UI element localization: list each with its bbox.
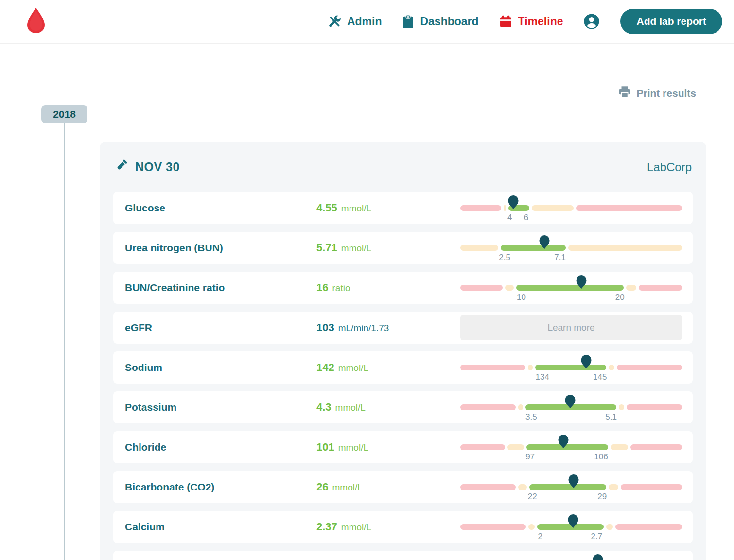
range-segment-yellow	[609, 484, 619, 490]
analyte-name: BUN/Creatinine ratio	[125, 282, 316, 294]
add-lab-report-button[interactable]: Add lab report	[620, 9, 722, 34]
main-nav: Admin Dashboard	[328, 9, 722, 34]
analyte-name: Glucose	[125, 202, 316, 214]
range-boundary-label: 4	[507, 213, 512, 223]
value-unit: mL/min/1.73	[338, 323, 389, 333]
result-value: 2.37mmol/L	[316, 521, 460, 533]
clipboard-plus-icon	[402, 15, 414, 29]
value-unit: mmol/L	[332, 482, 362, 493]
range-segment-pink	[460, 365, 525, 370]
range-boundary-label: 145	[593, 372, 607, 382]
range-segment-pink	[630, 444, 682, 450]
blood-drop-icon	[26, 7, 46, 35]
result-value: 142mmol/L	[316, 361, 460, 374]
nav-item-dashboard[interactable]: Dashboard	[402, 15, 478, 29]
result-value: 101mmol/L	[316, 441, 460, 454]
result-value: 4.3mmol/L	[316, 401, 460, 414]
result-value: 5.71mmol/L	[316, 242, 460, 254]
timeline-vertical-line	[64, 123, 65, 560]
analyte-name: Potassium	[125, 402, 316, 413]
learn-more-button[interactable]: Learn more	[460, 315, 682, 340]
range-segment-yellow	[606, 524, 613, 530]
reference-range-bar: 2229	[460, 484, 682, 490]
range-boundary-label: 6	[524, 213, 528, 223]
analyte-name: eGFR	[125, 322, 316, 333]
wrench-screwdriver-icon	[328, 15, 341, 28]
reference-range-bar: 97106	[460, 444, 682, 450]
range-boundary-label: 22	[528, 492, 537, 502]
report-date: NOV 30	[114, 158, 180, 175]
range-segment-pink	[639, 285, 682, 291]
range-segment-pink	[460, 484, 516, 490]
value-marker-pin-icon	[567, 514, 578, 528]
lab-result-row: Chloride101mmol/L97106	[113, 431, 693, 463]
range-segment-green	[516, 285, 624, 291]
result-value: 16ratio	[316, 281, 460, 294]
lab-results-list: Glucose4.55mmol/L46Urea nitrogen (BUN)5.…	[113, 192, 693, 560]
range-segment-yellow	[518, 484, 527, 490]
user-avatar-icon[interactable]	[583, 13, 600, 30]
value-unit: mmol/L	[335, 402, 366, 413]
range-boundary-label: 97	[525, 452, 535, 462]
value-number: 4.3	[316, 401, 332, 414]
lab-name: LabCorp	[647, 160, 692, 174]
reference-range-bar: 2.57.1	[460, 245, 682, 251]
analyte-name: Chloride	[125, 441, 316, 453]
value-unit: mmol/L	[341, 203, 371, 214]
range-boundary-label: 20	[615, 293, 625, 302]
lab-report-card: NOV 30 LabCorp Glucose4.55mmol/L46Urea n…	[100, 142, 706, 560]
value-number: 16	[316, 281, 328, 294]
range-segment-yellow	[505, 285, 514, 291]
range-boundary-label: 29	[597, 492, 607, 502]
range-segment-pink	[460, 205, 501, 211]
range-segment-yellow	[609, 365, 614, 370]
range-segment-pink	[627, 404, 682, 410]
value-number: 26	[316, 481, 328, 493]
value-unit: ratio	[332, 283, 350, 294]
range-segment-pink	[460, 444, 505, 450]
range-segment-pink	[576, 205, 682, 211]
analyte-name: Urea nitrogen (BUN)	[125, 242, 316, 254]
lab-result-row: Urea nitrogen (BUN)5.71mmol/L2.57.1	[113, 232, 693, 264]
print-results-link[interactable]: Print results	[618, 86, 696, 101]
value-number: 5.71	[316, 242, 337, 254]
result-value: 103mL/min/1.73	[316, 321, 460, 334]
value-number: 101	[316, 441, 334, 454]
range-segments	[460, 285, 682, 291]
range-segment-pink	[460, 285, 503, 291]
value-number: 2.37	[316, 521, 337, 533]
value-unit: mmol/L	[341, 522, 371, 533]
range-segment-pink	[460, 404, 516, 410]
range-segment-yellow	[518, 404, 523, 410]
analyte-name: Bicarbonate (CO2)	[125, 481, 316, 493]
range-boundary-label: 7.1	[554, 253, 566, 262]
nav-label: Admin	[347, 15, 382, 28]
range-segment-yellow	[460, 245, 498, 251]
print-results-label: Print results	[636, 88, 696, 99]
calendar-icon	[499, 15, 512, 28]
value-marker-pin-icon	[539, 235, 550, 249]
range-segment-green	[501, 245, 566, 251]
result-value: 4.55mmol/L	[316, 202, 460, 214]
timeline-year-badge: 2018	[41, 105, 87, 123]
test-tube-icon	[114, 158, 128, 175]
lab-result-row: BUN/Creatinine ratio16ratio1020	[113, 272, 693, 304]
range-segment-yellow	[619, 404, 624, 410]
value-marker-pin-icon	[508, 195, 519, 210]
range-boundary-label: 2.7	[591, 532, 603, 542]
reference-range-bar: 22.7	[460, 524, 682, 530]
range-segment-pink	[621, 484, 682, 490]
range-boundary-label: 3.5	[525, 412, 537, 422]
range-boundary-label: 106	[594, 452, 608, 462]
analyte-name: Calcium	[125, 521, 316, 533]
range-segments	[460, 245, 682, 251]
range-boundary-label: 2.5	[499, 253, 510, 262]
nav-item-admin[interactable]: Admin	[328, 15, 382, 28]
range-segment-yellow	[626, 285, 636, 291]
lab-result-row: Calcium2.37mmol/L22.7	[113, 511, 693, 543]
value-number: 4.55	[316, 202, 337, 214]
nav-item-timeline[interactable]: Timeline	[499, 15, 563, 28]
range-segment-yellow	[528, 365, 533, 370]
range-segments	[460, 365, 682, 370]
range-segments	[460, 444, 682, 450]
